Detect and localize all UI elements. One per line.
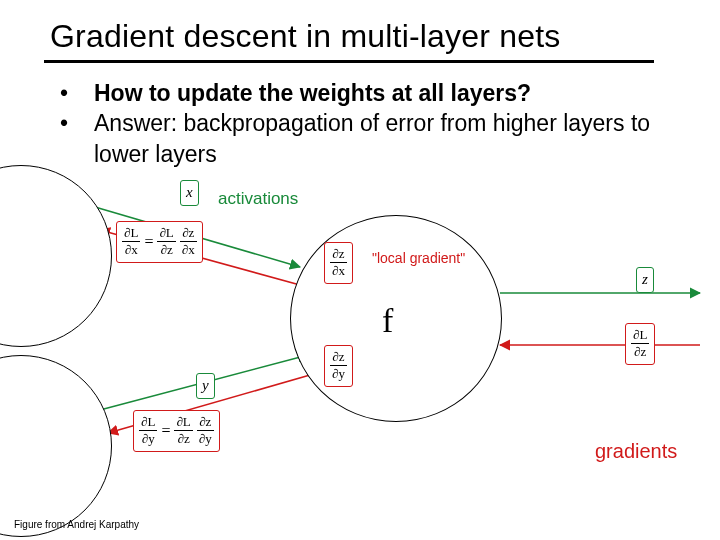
eq-sign: = [144,233,153,251]
den: ∂z [174,430,192,447]
var-z-box: z [636,267,654,293]
local-gradient-label: "local gradient" [372,250,465,266]
backprop-diagram: f activations "local gradient" gradients… [0,185,720,500]
den: ∂x [122,241,140,258]
var-y: y [202,377,209,393]
den: ∂x [180,241,197,258]
title-underline [44,60,654,63]
incoming-grad-dLdz: ∂L ∂z [625,323,655,365]
bullet-item: • Answer: backpropagation of error from … [60,108,660,169]
den: ∂z [631,343,649,360]
upstream-node-bottom [0,355,112,537]
gradients-label: gradients [595,440,677,463]
local-grad-dzdx: ∂z ∂x [324,242,353,284]
den: ∂y [330,365,347,382]
bullet-text: Answer: backpropagation of error from hi… [94,108,660,169]
num: ∂L [139,414,157,430]
local-grad-dzdy: ∂z ∂y [324,345,353,387]
num: ∂L [122,225,140,241]
num: ∂L [174,414,192,430]
eq-sign: = [161,422,170,440]
figure-credit: Figure from Andrej Karpathy [14,519,139,530]
bullet-text: How to update the weights at all layers? [94,78,660,108]
var-x-box: x [180,180,199,206]
num: ∂z [330,349,347,365]
num: ∂z [180,225,197,241]
den: ∂y [197,430,214,447]
den: ∂y [139,430,157,447]
slide-title: Gradient descent in multi-layer nets [50,18,561,55]
bullet-dot: • [60,108,94,169]
chain-rule-x: ∂L ∂x = ∂L ∂z ∂z ∂x [116,221,203,263]
activations-label: activations [218,189,298,209]
upstream-node-top [0,165,112,347]
bullet-list: • How to update the weights at all layer… [60,78,660,169]
num: ∂z [330,246,347,262]
den: ∂x [330,262,347,279]
bullet-item: • How to update the weights at all layer… [60,78,660,108]
den: ∂z [157,241,175,258]
chain-rule-y: ∂L ∂y = ∂L ∂z ∂z ∂y [133,410,220,452]
slide: Gradient descent in multi-layer nets • H… [0,0,720,540]
num: ∂L [157,225,175,241]
bullet-dot: • [60,78,94,108]
num: ∂z [197,414,214,430]
var-y-box: y [196,373,215,399]
function-node [290,215,502,422]
num: ∂L [631,327,649,343]
function-label: f [382,302,393,340]
var-x: x [186,184,193,200]
var-z: z [642,271,648,287]
